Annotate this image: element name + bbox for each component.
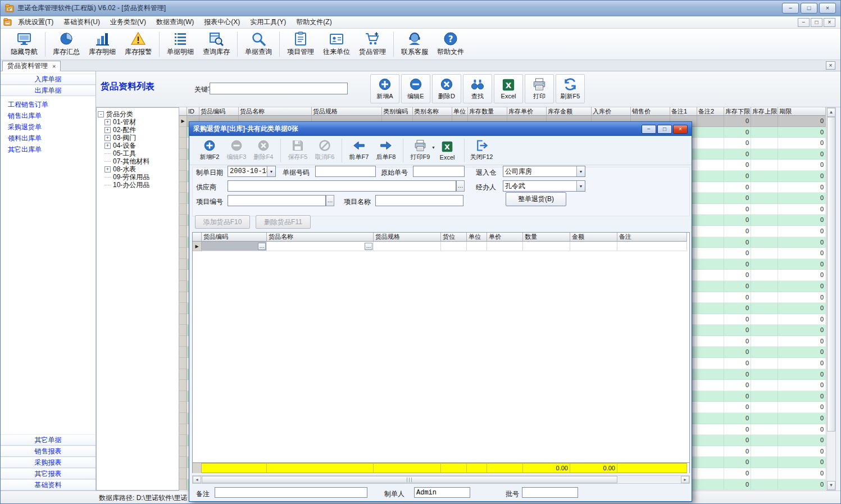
- column-header[interactable]: 备注1: [670, 107, 697, 116]
- stock-query-button[interactable]: 查询库存: [198, 30, 234, 58]
- column-header[interactable]: 货品名称: [239, 107, 312, 116]
- ellipsis-button[interactable]: …: [258, 243, 266, 250]
- keyword-input[interactable]: [210, 83, 348, 94]
- column-header[interactable]: 库存上限: [751, 107, 778, 116]
- ellipsis-button[interactable]: …: [365, 243, 372, 250]
- vertical-scrollbar[interactable]: ▲ ▼: [826, 107, 836, 491]
- menu-system-settings[interactable]: 系统设置(T): [13, 16, 58, 29]
- find-button[interactable]: 查找: [463, 74, 492, 103]
- make-date-combo[interactable]: 2003-10-18 ▼: [228, 166, 276, 177]
- edit-button[interactable]: 编辑E: [401, 74, 430, 103]
- tree-root[interactable]: -货品分类: [98, 110, 178, 118]
- tree-node-02[interactable]: +02-配件: [98, 126, 178, 134]
- scroll-down-icon[interactable]: ▼: [827, 481, 835, 490]
- partner-units-button[interactable]: 往来单位: [319, 30, 354, 58]
- tab-goods-data[interactable]: 货品资料管理 ×: [2, 61, 61, 71]
- column-header[interactable]: 期限: [778, 107, 826, 116]
- column-header[interactable]: ID: [187, 107, 199, 116]
- tree-node-07[interactable]: 07-其他材料: [98, 157, 178, 165]
- column-header[interactable]: 类别名称: [413, 107, 452, 116]
- sidebar-item-sales-outbound[interactable]: 销售出库单: [1, 110, 96, 121]
- tree-node-04[interactable]: +04-设备: [98, 142, 178, 149]
- help-files-button[interactable]: ?帮助文件: [433, 30, 469, 58]
- remark-input[interactable]: [215, 487, 367, 498]
- column-header[interactable]: 单位: [467, 233, 487, 242]
- window-minimize-button[interactable]: −: [782, 3, 799, 13]
- column-header[interactable]: 货品规格: [374, 233, 441, 242]
- menu-base-data[interactable]: 基础资料(U): [58, 16, 105, 29]
- mdi-restore-button[interactable]: □: [811, 18, 822, 27]
- remove-item-button[interactable]: 删除货品F11: [256, 215, 311, 229]
- batch-input[interactable]: [522, 487, 578, 498]
- menu-utilities[interactable]: 实用工具(Y): [245, 16, 291, 29]
- delete-button[interactable]: 删除D: [432, 74, 461, 103]
- mdi-minimize-button[interactable]: −: [798, 18, 810, 27]
- column-header[interactable]: 库存下限: [724, 107, 751, 116]
- column-header[interactable]: 类别编码: [382, 107, 413, 116]
- sidebar-item-outbound-docs[interactable]: 出库单据: [1, 85, 96, 96]
- window-maximize-button[interactable]: □: [801, 3, 817, 13]
- menu-data-query[interactable]: 数据查询(W): [151, 16, 199, 29]
- tab-close-icon[interactable]: ×: [52, 63, 56, 70]
- menu-business-type[interactable]: 业务类型(V): [105, 16, 151, 29]
- orig-no-input[interactable]: [413, 166, 465, 177]
- column-header[interactable]: 货品编码: [202, 233, 267, 242]
- handler-combo[interactable]: 孔令武 ▼: [503, 180, 585, 192]
- item-cell[interactable]: …: [267, 242, 374, 251]
- column-header[interactable]: 备注2: [697, 107, 724, 116]
- menu-report-center[interactable]: 报表中心(X): [199, 16, 245, 29]
- column-header[interactable]: 货位: [441, 233, 467, 242]
- sidebar-item-inbound-docs[interactable]: 入库单据: [1, 74, 96, 85]
- item-cell[interactable]: …: [202, 242, 267, 251]
- excel-button[interactable]: XExcel: [494, 74, 523, 103]
- hscroll-thumb[interactable]: [202, 476, 617, 483]
- goods-mgmt-button[interactable]: 货品管理: [354, 30, 390, 58]
- contact-support-button[interactable]: 联系客服: [397, 30, 433, 58]
- tabbar-close-button[interactable]: ×: [826, 61, 835, 70]
- menu-help-files[interactable]: 帮助文件(Z): [291, 16, 337, 29]
- sidebar-item-other-outbound[interactable]: 其它出库单: [1, 144, 96, 155]
- return-all-button[interactable]: 整单退货(B): [506, 192, 566, 206]
- sidebar-item-base-data[interactable]: 基础资料: [1, 479, 96, 491]
- chevron-down-icon[interactable]: ▼: [576, 166, 585, 176]
- project-browse-button[interactable]: …: [326, 195, 334, 206]
- column-header[interactable]: 金额: [570, 233, 617, 242]
- tree-expand-icon[interactable]: +: [104, 127, 111, 133]
- print-button[interactable]: 打印: [525, 74, 554, 103]
- doc-no-input[interactable]: [315, 166, 376, 177]
- project-name-input[interactable]: [375, 195, 463, 206]
- sidebar-item-other-docs[interactable]: 其它单据: [1, 434, 96, 446]
- scroll-left-icon[interactable]: ◄: [193, 476, 201, 483]
- tree-node-03[interactable]: +03-阀门: [98, 134, 178, 142]
- chevron-down-icon[interactable]: ▼: [576, 181, 585, 191]
- column-header[interactable]: 货品规格: [312, 107, 382, 116]
- project-no-input[interactable]: [228, 195, 326, 206]
- mdi-close-button[interactable]: ×: [824, 18, 835, 27]
- sidebar-item-material-outbound[interactable]: 领料出库单: [1, 133, 96, 144]
- doc-detail-button[interactable]: 单据明细: [162, 30, 198, 58]
- column-header[interactable]: 备注: [617, 233, 687, 242]
- hide-nav-button[interactable]: 隐藏导航: [6, 30, 42, 58]
- column-header[interactable]: 库存金额: [547, 107, 592, 116]
- column-header[interactable]: 库存单价: [507, 107, 547, 116]
- maker-input[interactable]: [414, 487, 470, 498]
- add-item-button[interactable]: 添加货品F10: [195, 215, 250, 229]
- sidebar-item-purchase-return[interactable]: 采购退货单: [1, 121, 96, 133]
- sidebar-item-sales-reports[interactable]: 销售报表: [1, 446, 96, 457]
- vscroll-thumb[interactable]: [827, 117, 835, 432]
- tree-node-10[interactable]: 10-办公用品: [98, 181, 178, 189]
- tree-collapse-icon[interactable]: -: [98, 111, 104, 117]
- tree-expand-icon[interactable]: +: [104, 166, 111, 172]
- project-mgmt-button[interactable]: 项目管理: [283, 30, 319, 58]
- sidebar-item-other-reports[interactable]: 其它报表: [1, 468, 96, 479]
- column-header[interactable]: 单价: [487, 233, 523, 242]
- chevron-down-icon[interactable]: ▼: [267, 166, 275, 176]
- supplier-input[interactable]: [228, 180, 456, 192]
- column-header[interactable]: 库存数量: [468, 107, 507, 116]
- column-header[interactable]: 数量: [523, 233, 570, 242]
- tree-expand-icon[interactable]: +: [104, 143, 111, 149]
- column-header[interactable]: 货品名称: [267, 233, 374, 242]
- warehouse-combo[interactable]: 公司库房 ▼: [503, 166, 585, 177]
- window-close-button[interactable]: ×: [819, 3, 836, 13]
- stock-alert-button[interactable]: 库存报警: [120, 30, 156, 58]
